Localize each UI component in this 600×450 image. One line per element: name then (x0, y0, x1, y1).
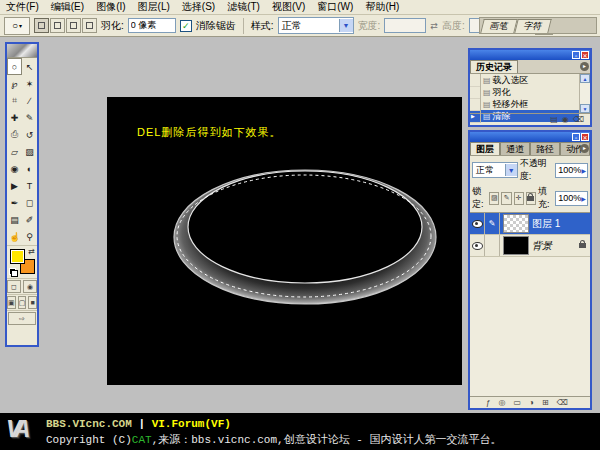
layer-name[interactable]: 图层 1 (532, 217, 590, 231)
history-title-bar[interactable]: ▫ ✕ (470, 50, 590, 60)
palette-menu-icon[interactable]: ▸ (580, 144, 589, 153)
blur-tool[interactable]: ◉ (7, 160, 22, 177)
shape-tool[interactable]: ◻ (22, 194, 37, 211)
eraser-tool[interactable]: ▱ (7, 143, 22, 160)
trash-icon[interactable]: ⌫ (557, 398, 568, 408)
menu-help[interactable]: 帮助(H) (359, 0, 405, 14)
layer-name[interactable]: 背景 (532, 239, 579, 253)
current-tool-preview[interactable]: ○ ▾ (4, 17, 30, 35)
lock-pixels-icon[interactable]: ✎ (501, 192, 511, 205)
type-tool[interactable]: T (22, 177, 37, 194)
lasso-tool[interactable]: ℘ (7, 75, 22, 92)
move-tool[interactable]: ↖ (22, 58, 37, 75)
menu-select[interactable]: 选择(S) (176, 0, 221, 14)
new-document-from-state-icon[interactable]: ▤ (550, 115, 558, 125)
palette-menu-icon[interactable]: ▸ (580, 62, 589, 71)
tab-history[interactable]: 历史记录 (470, 60, 518, 73)
menu-window[interactable]: 窗口(W) (311, 0, 359, 14)
dodge-tool[interactable]: ◐ (22, 160, 37, 177)
history-state-load-selection[interactable]: ▤ 载入选区 (470, 74, 579, 86)
lock-transparency-icon[interactable]: ▨ (489, 192, 499, 205)
blend-mode-select[interactable]: 正常 ▼ (472, 162, 518, 178)
pen-tool[interactable]: ✒ (7, 194, 22, 211)
brush-tool[interactable]: ✎ (22, 109, 37, 126)
menu-file[interactable]: 文件(F) (0, 0, 45, 14)
history-state-feather[interactable]: ▤ 羽化 (470, 86, 579, 98)
layer-mask-icon[interactable]: ◎ (499, 398, 506, 408)
fullscreen-button[interactable]: ■ (28, 296, 37, 309)
visibility-toggle[interactable] (470, 235, 485, 256)
menu-view[interactable]: 视图(V) (266, 0, 311, 14)
chevron-down-icon[interactable]: ▼ (339, 19, 353, 32)
path-selection-tool[interactable]: ▶ (7, 177, 22, 194)
history-state-nudge-outline[interactable]: ▤ 轻移外框 (470, 98, 579, 110)
lock-position-icon[interactable]: ✛ (514, 192, 524, 205)
new-selection-button[interactable] (34, 18, 49, 33)
tab-character[interactable]: 字符 (514, 19, 551, 33)
feather-input[interactable] (128, 18, 176, 33)
tab-channels[interactable]: 通道 (500, 142, 530, 155)
menu-filter[interactable]: 滤镜(T) (221, 0, 266, 14)
layer-thumbnail[interactable] (503, 214, 529, 233)
new-layer-icon[interactable]: ⊞ (542, 398, 549, 408)
visibility-toggle[interactable] (470, 213, 485, 234)
menu-edit[interactable]: 编辑(E) (45, 0, 90, 14)
minimize-icon[interactable]: ▫ (572, 133, 580, 141)
tab-layers[interactable]: 图层 (470, 142, 500, 155)
layer-row-layer1[interactable]: ✎ 图层 1 (470, 213, 590, 235)
menu-layer[interactable]: 图层(L) (132, 0, 176, 14)
quick-mask-button[interactable]: ◉ (23, 280, 37, 293)
style-select[interactable]: 正常 ▼ (278, 17, 354, 34)
tab-paths[interactable]: 路径 (530, 142, 560, 155)
fullscreen-menu-button[interactable]: ▢ (18, 296, 27, 309)
minimize-icon[interactable]: ▫ (572, 51, 580, 59)
standard-screen-button[interactable]: ▣ (7, 296, 16, 309)
notes-tool[interactable]: ▤ (7, 211, 22, 228)
zoom-tool[interactable]: ⚲ (22, 228, 37, 245)
history-scrollbar[interactable]: ▲ ▼ (579, 74, 590, 113)
crop-tool[interactable]: ⌗ (7, 92, 22, 109)
layer-style-icon[interactable]: ƒ (486, 398, 490, 408)
new-group-icon[interactable]: ▭ (514, 398, 522, 408)
swap-dimensions-icon[interactable]: ⇄ (430, 21, 438, 31)
fill-field[interactable]: 100% ▶ (555, 191, 588, 206)
foreground-color-swatch[interactable] (10, 249, 25, 264)
intersect-selection-button[interactable] (82, 18, 97, 33)
new-snapshot-icon[interactable]: ◉ (562, 115, 569, 125)
healing-brush-tool[interactable]: ✚ (7, 109, 22, 126)
jump-to-imageready-button[interactable]: ⇨ (8, 312, 36, 325)
slice-tool[interactable]: ∕ (22, 92, 37, 109)
layer-thumbnail[interactable] (503, 236, 529, 255)
layers-title-bar[interactable]: ▫ ✕ (470, 132, 590, 142)
add-to-selection-button[interactable] (50, 18, 65, 33)
history-source-well[interactable] (470, 110, 481, 123)
eyedropper-tool[interactable]: ✐ (22, 211, 37, 228)
gradient-tool[interactable]: ▨ (22, 143, 37, 160)
trash-icon[interactable]: ⌫ (573, 115, 584, 125)
history-brush-tool[interactable]: ↺ (22, 126, 37, 143)
opacity-field[interactable]: 100% ▶ (555, 163, 588, 178)
menu-image[interactable]: 图像(I) (90, 0, 131, 14)
close-icon[interactable]: ✕ (581, 133, 589, 141)
scroll-up-icon[interactable]: ▲ (580, 74, 590, 83)
magic-wand-tool[interactable]: ✶ (22, 75, 37, 92)
lock-all-icon[interactable] (526, 192, 536, 205)
swap-colors-icon[interactable]: ⇄ (28, 247, 35, 256)
subtract-from-selection-button[interactable] (66, 18, 81, 33)
scroll-down-icon[interactable]: ▼ (580, 104, 590, 113)
hand-tool[interactable]: ☝ (7, 228, 22, 245)
chevron-down-icon[interactable]: ▼ (505, 164, 517, 176)
layer-row-background[interactable]: 背景 (470, 235, 590, 257)
chevron-right-icon[interactable]: ▶ (581, 167, 586, 174)
standard-mode-button[interactable]: ◻ (7, 280, 21, 293)
document-canvas[interactable]: DEL删除后得到如下效果。 (107, 97, 462, 385)
close-icon[interactable]: ✕ (581, 51, 589, 59)
adjustment-layer-icon[interactable]: ◑ (529, 398, 534, 408)
default-colors-icon[interactable] (9, 268, 18, 277)
tab-brushes[interactable]: 画笔 (480, 19, 517, 33)
elliptical-marquee-tool[interactable]: ○ (7, 58, 22, 75)
antialias-checkbox[interactable]: ✓ (180, 20, 192, 32)
clone-stamp-tool[interactable]: ⎙ (7, 126, 22, 143)
link-well[interactable] (485, 235, 500, 256)
chevron-right-icon[interactable]: ▶ (581, 195, 586, 202)
